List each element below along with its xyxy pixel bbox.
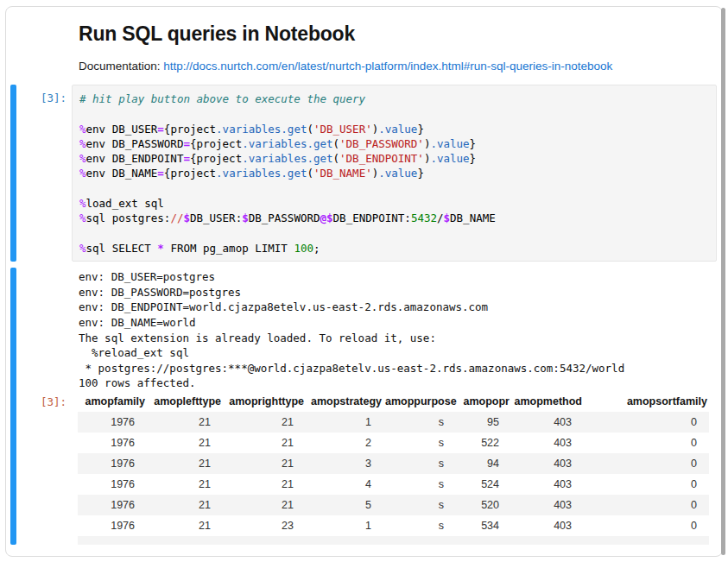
table-cell: 21 <box>223 412 306 433</box>
table-cell: 403 <box>511 495 584 515</box>
table-header-row: amopfamilyamoplefttypeamoprighttypeamops… <box>78 393 709 412</box>
code-token-plain: env DB_NAME <box>86 167 158 180</box>
code-token-op: $ <box>326 212 333 224</box>
code-editor[interactable]: # hit play button above to execute the q… <box>72 85 717 262</box>
table-cell: 522 <box>456 433 511 453</box>
code-token-op: $ <box>242 212 249 224</box>
table-cell: 1976 <box>78 495 147 515</box>
code-line: %env DB_USER={project.variables.get('DB_… <box>79 122 709 136</box>
table-cell: 2 <box>306 433 383 453</box>
code-token-magic: % <box>79 242 86 255</box>
code-token-plain: sql SELECT <box>86 242 158 255</box>
code-token-plain: FROM pg_amop LIMIT <box>164 242 294 255</box>
table-cell: 520 <box>456 495 511 515</box>
code-token-prop: .value <box>378 167 417 180</box>
code-token-plain: ( <box>333 152 340 165</box>
code-line: %env DB_PASSWORD={project.variables.get(… <box>79 136 709 151</box>
column-header: amopmethod <box>511 393 584 412</box>
stream-gutter <box>16 268 72 391</box>
code-token-op: @ <box>320 212 327 224</box>
code-token-prop: .value <box>430 152 469 165</box>
code-token-op: = <box>183 137 190 150</box>
table-row: 197621214s5244030 <box>78 474 709 495</box>
column-header: amopstrategy <box>306 393 383 412</box>
table-cell: 1976 <box>78 412 147 433</box>
code-token-plain: sql postgres: <box>86 212 171 224</box>
code-token-magic: % <box>79 197 86 210</box>
code-line: %sql postgres://$DB_USER:$DB_PASSWORD@$D… <box>79 211 709 225</box>
table-cell: 21 <box>223 474 306 495</box>
stream-output: env: DB_USER=postgres env: DB_PASSWORD=p… <box>16 268 722 391</box>
code-token-plain: DB_NAME <box>450 212 496 224</box>
table-row: 197621211s954030 <box>78 412 709 433</box>
table-cell: 21 <box>147 453 223 474</box>
code-token-plain: env DB_USER <box>86 123 158 136</box>
table-cell: 21 <box>147 495 223 515</box>
code-token-string: 'DB_NAME' <box>313 167 372 180</box>
code-token-slash: // <box>170 212 183 224</box>
code-token-magic: % <box>79 212 86 224</box>
code-line <box>79 106 709 121</box>
code-token-num: 100 <box>294 242 313 255</box>
code-token-string: 'DB_ENDPOINT' <box>339 152 424 165</box>
input-prompt: [3]: <box>16 85 72 262</box>
table-cell: 403 <box>511 453 584 474</box>
code-token-op: = <box>183 152 190 165</box>
code-token-plain: {project <box>190 137 242 150</box>
code-token-prop: .variables.get <box>242 137 332 150</box>
table-cell: 21 <box>147 515 223 536</box>
code-token-plain: } <box>470 137 477 150</box>
table-cell: 4 <box>306 474 383 495</box>
documentation-label: Documentation: <box>79 60 163 73</box>
code-token-plain: ; <box>313 242 320 255</box>
code-line: %env DB_ENDPOINT={project.variables.get(… <box>79 151 709 166</box>
code-token-op: $ <box>444 212 451 224</box>
documentation-link[interactable]: http://docs.nurtch.com/en/latest/nurtch-… <box>163 60 612 73</box>
code-token-plain: ( <box>333 137 340 150</box>
code-token-prop: .value <box>378 123 417 136</box>
table-row: 197621212s5224030 <box>78 433 709 453</box>
code-token-prop: .variables.get <box>216 167 307 180</box>
output-collapser[interactable] <box>10 268 16 545</box>
vertical-scrollbar[interactable] <box>721 8 725 555</box>
table-cell: 0 <box>584 495 709 515</box>
table-cell: 534 <box>456 515 511 536</box>
code-token-magic: % <box>79 137 86 150</box>
documentation-line: Documentation: http://docs.nurtch.com/en… <box>79 60 722 73</box>
code-token-op: * <box>157 242 164 255</box>
table-row: 197621231s5344030 <box>78 515 709 536</box>
code-token-plain: ( <box>307 123 313 136</box>
code-line: %load_ext sql <box>79 196 709 211</box>
code-token-plain: } <box>417 167 424 180</box>
code-token-op: = <box>157 123 164 136</box>
table-cell: 21 <box>223 495 306 515</box>
table-cell: 1 <box>306 412 383 433</box>
table-cell: 1976 <box>78 453 147 474</box>
table-cell: 1976 <box>78 474 147 495</box>
stream-text: env: DB_USER=postgres env: DB_PASSWORD=p… <box>72 268 624 391</box>
code-token-num: 5432 <box>411 212 437 224</box>
code-line <box>79 181 709 196</box>
code-token-plain: DB_ENDPOINT: <box>333 212 411 224</box>
column-header: amoplefttype <box>147 393 223 412</box>
code-token-plain: DB_PASSWORD <box>249 212 320 224</box>
code-token-plain: } <box>417 123 424 136</box>
code-token-magic: % <box>79 123 86 136</box>
table-cell: 21 <box>147 412 223 433</box>
cell-collapser[interactable] <box>10 85 16 262</box>
code-token-plain: } <box>470 152 477 165</box>
table-cell: 21 <box>223 453 306 474</box>
table-row: 197621215s5204030 <box>78 495 709 515</box>
code-token-prop: .value <box>430 137 469 150</box>
output-cell: env: DB_USER=postgres env: DB_PASSWORD=p… <box>6 268 722 545</box>
table-cell: 21 <box>223 433 306 453</box>
code-line: %env DB_NAME={project.variables.get('DB_… <box>79 166 709 180</box>
code-token-prop: .variables.get <box>242 152 332 165</box>
table-cell: s <box>383 495 456 515</box>
table-cell: 21 <box>147 433 223 453</box>
table-cell: 21 <box>147 474 223 495</box>
code-token-string: 'DB_USER' <box>313 123 372 136</box>
table-cell: 1976 <box>78 433 147 453</box>
code-line <box>79 226 709 241</box>
table-cell: 23 <box>223 515 306 536</box>
